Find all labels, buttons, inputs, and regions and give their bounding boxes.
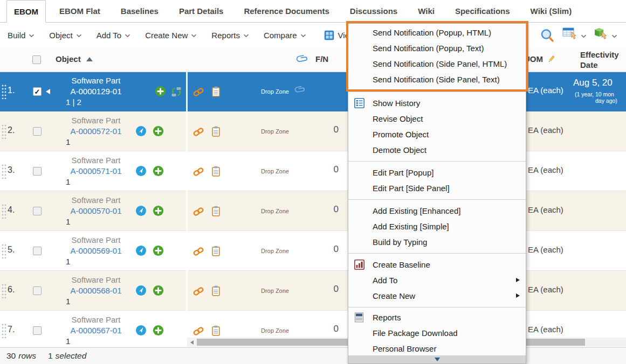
navigate-icon[interactable] — [135, 205, 147, 216]
link-icon[interactable] — [192, 87, 204, 97]
menu-item-revise-object[interactable]: Revise Object — [348, 111, 526, 127]
toolbar-menu-object[interactable]: Object — [49, 31, 81, 40]
tab-wiki-slim[interactable]: Wiki (Slim) — [524, 0, 579, 22]
link-icon[interactable] — [192, 286, 204, 296]
tab-reference-documents[interactable]: Reference Documents — [237, 0, 336, 22]
tab-wiki[interactable]: Wiki — [411, 0, 442, 22]
menu-item-promote-object[interactable]: Promote Object — [348, 127, 526, 142]
menu-item-demote-object[interactable]: Demote Object — [348, 142, 526, 158]
part-id-link[interactable]: A-0000567-01 — [52, 325, 140, 336]
row-checkbox[interactable] — [33, 207, 42, 215]
toolbar-menu-build[interactable]: Build — [8, 31, 35, 40]
navigate-icon[interactable] — [135, 325, 147, 336]
tab-part-details[interactable]: Part Details — [172, 0, 231, 22]
navigate-icon[interactable] — [135, 285, 147, 296]
drag-handle-icon[interactable] — [2, 124, 7, 139]
part-id-link[interactable]: A-0000571-01 — [52, 166, 140, 177]
drag-handle-icon[interactable] — [2, 204, 7, 219]
column-header-uom[interactable]: UOM — [524, 54, 555, 64]
clipboard-icon[interactable] — [212, 206, 220, 216]
part-id-link[interactable]: A-0000569-01 — [52, 246, 140, 256]
row-checkbox[interactable] — [33, 326, 42, 335]
part-id-link[interactable]: A-0000568-01 — [52, 285, 140, 296]
add-icon[interactable] — [153, 205, 164, 216]
column-header-effectivity[interactable]: Effectivity Date — [580, 50, 619, 70]
menu-item-edit-part-popup[interactable]: Edit Part [Popup] — [348, 165, 526, 180]
navigate-icon[interactable] — [135, 125, 147, 137]
column-header-object[interactable]: Object — [56, 54, 93, 64]
add-icon[interactable] — [155, 86, 166, 97]
menu-item-send-notification-popup-text[interactable]: Send Notification (Popup, Text) — [348, 40, 526, 56]
cube-pick-dropdown[interactable] — [594, 27, 617, 43]
navigate-icon[interactable] — [135, 245, 147, 256]
clipboard-icon[interactable] — [212, 285, 220, 296]
tab-discussions[interactable]: Discussions — [343, 0, 404, 22]
select-all-checkbox[interactable] — [32, 55, 41, 64]
menu-item-add-to[interactable]: Add To — [348, 272, 526, 288]
toolbar-menu-add-to[interactable]: Add To — [97, 31, 130, 40]
table-pick-dropdown[interactable] — [562, 27, 587, 43]
add-icon[interactable] — [153, 325, 164, 336]
menu-item-create-baseline[interactable]: Create Baseline — [348, 257, 526, 272]
add-icon[interactable] — [153, 245, 164, 256]
clipboard-icon[interactable] — [212, 86, 220, 97]
table-row[interactable]: 1. Software Part A-0000129-01 1 | 2 Drop… — [0, 72, 626, 111]
drag-handle-icon[interactable] — [2, 284, 7, 298]
part-id-link[interactable]: A-0000129-01 — [52, 86, 140, 97]
tab-baselines[interactable]: Baselines — [114, 0, 166, 22]
search-icon[interactable] — [540, 28, 555, 43]
drag-handle-icon[interactable] — [2, 244, 7, 258]
replace-icon[interactable] — [171, 87, 182, 97]
menu-item-add-existing-enhanced[interactable]: Add Existing [Enhanced] — [348, 203, 526, 219]
part-id-link[interactable]: A-0000570-01 — [52, 206, 140, 216]
edit-pencil-icon[interactable] — [547, 55, 555, 64]
tab-ebom[interactable]: EBOM — [6, 0, 46, 23]
menu-item-send-notification-side-panel-html[interactable]: Send Notification (Side Panel, HTML) — [348, 56, 526, 72]
table-row[interactable]: 4. Software Part A-0000570-01 1 Drop Zon… — [0, 191, 626, 231]
menu-item-build-by-typing[interactable]: Build by Typing — [348, 234, 526, 250]
add-icon[interactable] — [153, 165, 164, 177]
drag-handle-icon[interactable] — [2, 324, 7, 338]
menu-item-show-history[interactable]: Show History — [348, 95, 526, 111]
menu-item-reports[interactable]: Reports — [348, 310, 526, 325]
drag-handle-icon[interactable] — [2, 85, 7, 99]
menu-item-create-new[interactable]: Create New — [348, 288, 526, 304]
link-icon[interactable] — [192, 127, 204, 137]
menu-item-personal-browser[interactable]: Personal Browser — [348, 341, 526, 356]
table-row[interactable]: 2. Software Part A-0000572-01 1 Drop Zon… — [0, 111, 626, 151]
menu-item-edit-part-side-panel[interactable]: Edit Part [Side Panel] — [348, 180, 526, 196]
clipboard-icon[interactable] — [212, 126, 220, 137]
menu-item-send-notification-side-panel-text[interactable]: Send Notification (Side Panel, Text) — [348, 72, 526, 87]
tab-specifications[interactable]: Specifications — [448, 0, 517, 22]
row-checkbox[interactable] — [33, 286, 42, 295]
row-checkbox[interactable] — [33, 127, 42, 136]
clipboard-icon[interactable] — [212, 246, 220, 256]
link-icon[interactable] — [192, 247, 204, 256]
link-icon[interactable] — [192, 326, 204, 336]
scroll-left-button[interactable] — [187, 338, 196, 347]
menu-item-file-package-download[interactable]: File Package Download — [348, 325, 526, 341]
row-checkbox[interactable] — [33, 167, 42, 176]
add-icon[interactable] — [153, 125, 164, 137]
drag-handle-icon[interactable] — [2, 164, 7, 179]
menu-item-send-notification-popup-html[interactable]: Send Notification (Popup, HTML) — [348, 25, 526, 40]
tab-ebom-flat[interactable]: EBOM Flat — [52, 0, 107, 22]
expand-arrow-icon[interactable] — [46, 89, 50, 94]
toolbar-menu-reports[interactable]: Reports — [211, 31, 249, 40]
toolbar-menu-create-new[interactable]: Create New — [145, 31, 197, 40]
navigate-icon[interactable] — [135, 165, 147, 177]
part-id-link[interactable]: A-0000572-01 — [52, 126, 140, 137]
menu-item-add-existing-simple[interactable]: Add Existing [Simple] — [348, 219, 526, 234]
link-icon[interactable] — [192, 207, 204, 216]
table-row[interactable]: 6. Software Part A-0000568-01 1 Drop Zon… — [0, 271, 626, 311]
table-row[interactable]: 5. Software Part A-0000569-01 1 Drop Zon… — [0, 231, 626, 271]
add-icon[interactable] — [153, 285, 164, 296]
menu-scroll-strip[interactable] — [348, 355, 526, 363]
toolbar-menu-compare[interactable]: Compare — [264, 31, 306, 40]
table-row[interactable]: 3. Software Part A-0000571-01 1 Drop Zon… — [0, 151, 626, 191]
column-header-fn[interactable]: F/N — [315, 54, 328, 64]
row-checkbox[interactable] — [33, 87, 42, 96]
clipboard-icon[interactable] — [212, 325, 220, 336]
link-icon[interactable] — [192, 167, 204, 177]
clipboard-icon[interactable] — [212, 166, 220, 177]
